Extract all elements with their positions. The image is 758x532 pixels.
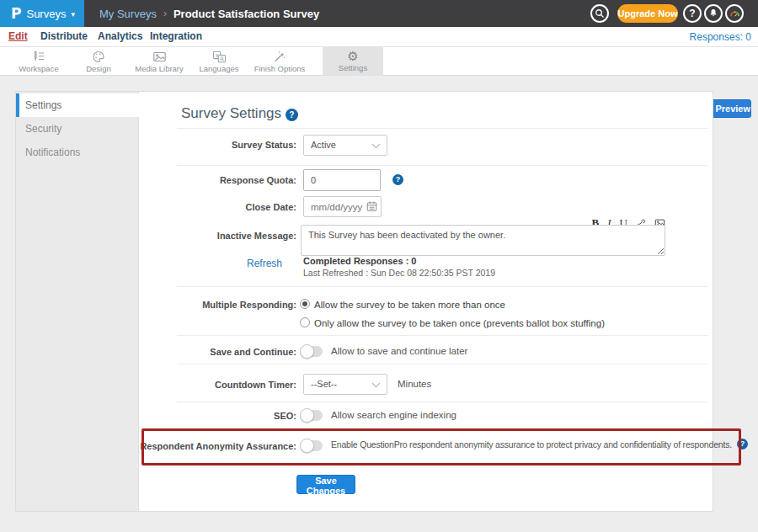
chevron-down-icon bbox=[371, 382, 381, 388]
completed-responses-text: Completed Responses : 0 bbox=[303, 256, 416, 266]
countdown-minutes-label: Minutes bbox=[398, 379, 431, 389]
survey-status-value: Active bbox=[311, 140, 336, 150]
refresh-link[interactable]: Refresh bbox=[198, 258, 282, 269]
toolbar-tab-finish-options[interactable]: Finish Options bbox=[248, 47, 312, 76]
toolbar-tab-languages[interactable]: xA Languages bbox=[190, 47, 248, 76]
responses-count: Responses: 0 bbox=[690, 27, 751, 47]
questionpro-logo: P bbox=[11, 5, 21, 22]
toolbar-tab-label: Design bbox=[86, 64, 111, 73]
countdown-timer-label: Countdown Timer: bbox=[128, 380, 296, 390]
seo-desc: Allow search engine indexing bbox=[331, 410, 456, 420]
gauge-icon bbox=[729, 9, 740, 18]
toolbar-tab-label: Languages bbox=[199, 64, 238, 73]
countdown-timer-value: --Set-- bbox=[311, 379, 337, 389]
response-quota-input[interactable] bbox=[303, 169, 381, 191]
anonymity-desc: Enable QuestionPro respondent anonymity … bbox=[331, 439, 732, 450]
divider bbox=[177, 286, 707, 287]
workspace-icon bbox=[32, 51, 45, 63]
tab-distribute[interactable]: Distribute bbox=[40, 27, 88, 46]
questionpro-settings-page: P Surveys ▾ My Surveys › Product Satisfa… bbox=[0, 0, 758, 532]
translate-icon: xA bbox=[212, 51, 227, 63]
upgrade-now-button[interactable]: Upgrade Now bbox=[617, 4, 678, 23]
divider bbox=[177, 165, 707, 166]
anonymity-desc-row: Enable QuestionPro respondent anonymity … bbox=[331, 439, 748, 450]
chevron-down-icon: ▾ bbox=[71, 10, 75, 19]
sidebar-item-settings[interactable]: Settings bbox=[16, 93, 139, 117]
survey-status-select[interactable]: Active bbox=[303, 135, 387, 156]
close-date-label: Close Date: bbox=[128, 202, 296, 212]
surveys-menu[interactable]: P Surveys ▾ bbox=[0, 0, 84, 27]
inactive-message-label: Inactive Message: bbox=[128, 231, 296, 241]
save-continue-toggle[interactable] bbox=[301, 346, 323, 357]
gear-icon: ⚙ bbox=[347, 51, 358, 62]
search-icon bbox=[595, 8, 605, 19]
chevron-down-icon bbox=[371, 143, 381, 149]
tab-analytics[interactable]: Analytics bbox=[98, 27, 142, 46]
radio-allow-multiple-label: Allow the survey to be taken more than o… bbox=[314, 300, 505, 310]
save-changes-button[interactable]: Save Changes bbox=[296, 475, 355, 494]
title-help-icon[interactable]: ? bbox=[286, 109, 298, 121]
divider bbox=[177, 128, 707, 129]
seo-label: SEO: bbox=[128, 411, 296, 421]
toolbar-tab-label: Workspace bbox=[19, 64, 58, 73]
magic-wand-icon bbox=[273, 51, 286, 63]
save-continue-desc: Allow to save and continue later bbox=[331, 346, 467, 356]
tab-integration[interactable]: Integration bbox=[150, 27, 202, 46]
notifications-button[interactable] bbox=[704, 4, 723, 23]
search-button[interactable] bbox=[590, 4, 609, 23]
toolbar-tab-label: Finish Options bbox=[254, 64, 306, 73]
anonymity-label: Respondent Anonymity Assurance: bbox=[128, 441, 296, 451]
toolbar-tab-workspace[interactable]: Workspace bbox=[8, 47, 69, 76]
radio-allow-multiple[interactable] bbox=[300, 299, 310, 309]
survey-status-label: Survey Status: bbox=[128, 140, 296, 150]
radio-allow-once-label: Only allow the survey to be taken once (… bbox=[314, 318, 605, 328]
toolbar-tab-design[interactable]: Design bbox=[69, 47, 128, 76]
bell-icon bbox=[708, 8, 718, 19]
edit-toolbar: Workspace Design Media Library xA Langua… bbox=[0, 47, 758, 76]
svg-text:A: A bbox=[220, 56, 224, 61]
usage-meter-button[interactable] bbox=[725, 4, 744, 23]
image-icon bbox=[152, 51, 167, 63]
countdown-timer-select[interactable]: --Set-- bbox=[303, 374, 387, 395]
help-button[interactable]: ? bbox=[683, 4, 702, 23]
toolbar-tab-label: Settings bbox=[339, 63, 367, 72]
multiple-responding-label: Multiple Responding: bbox=[128, 300, 296, 310]
survey-section-nav: Edit Distribute Analytics Integration Re… bbox=[0, 27, 758, 47]
toolbar-tab-media-library[interactable]: Media Library bbox=[128, 47, 190, 76]
preview-label: Preview bbox=[715, 104, 750, 114]
last-refreshed-text: Last Refreshed : Sun Dec 08 22:50:35 PST… bbox=[303, 268, 495, 278]
page-title: Survey Settings ? bbox=[181, 105, 298, 122]
inactive-message-textarea[interactable]: This Survey has been deactivated by the … bbox=[301, 225, 665, 256]
breadcrumb-separator: › bbox=[163, 8, 167, 19]
divider bbox=[177, 402, 707, 402]
divider bbox=[177, 335, 707, 336]
breadcrumb-current-survey: Product Satisfaction Survey bbox=[173, 8, 319, 20]
top-navbar: P Surveys ▾ My Surveys › Product Satisfa… bbox=[0, 0, 758, 27]
divider bbox=[177, 364, 707, 364]
anonymity-help-icon[interactable]: ? bbox=[737, 439, 748, 450]
response-quota-help-icon[interactable]: ? bbox=[392, 174, 403, 185]
breadcrumb: My Surveys › Product Satisfaction Survey bbox=[99, 0, 319, 27]
close-date-field bbox=[303, 196, 382, 217]
sidebar-item-security[interactable]: Security bbox=[16, 117, 139, 141]
calendar-icon[interactable] bbox=[366, 200, 377, 212]
save-continue-label: Save and Continue: bbox=[128, 347, 296, 357]
settings-sidebar: Settings Security Notifications bbox=[15, 91, 139, 512]
sidebar-item-notifications[interactable]: Notifications bbox=[16, 141, 139, 164]
palette-icon bbox=[92, 51, 105, 63]
radio-allow-once[interactable] bbox=[300, 317, 310, 327]
surveys-menu-label: Surveys bbox=[26, 8, 66, 20]
seo-toggle[interactable] bbox=[301, 410, 323, 421]
toolbar-tab-label: Media Library bbox=[135, 64, 184, 73]
toolbar-tab-settings[interactable]: ⚙ Settings bbox=[323, 47, 383, 76]
anonymity-toggle[interactable] bbox=[301, 440, 323, 451]
response-quota-label: Response Quota: bbox=[128, 175, 296, 185]
breadcrumb-my-surveys[interactable]: My Surveys bbox=[99, 8, 157, 20]
tab-edit[interactable]: Edit bbox=[8, 27, 28, 46]
